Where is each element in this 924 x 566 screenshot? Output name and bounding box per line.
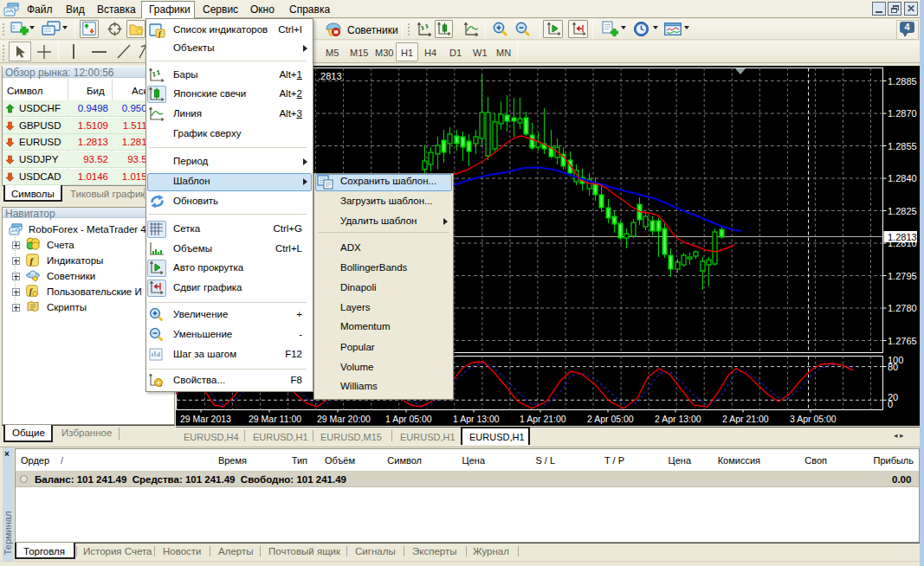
svg-text:3 Apr 05:00: 3 Apr 05:00 xyxy=(790,414,837,424)
svg-text:1 Apr 21:00: 1 Apr 21:00 xyxy=(520,414,566,424)
svg-text:80: 80 xyxy=(888,362,898,372)
svg-text:1.2870: 1.2870 xyxy=(888,108,917,119)
svg-text:29 Mar 20:00: 29 Mar 20:00 xyxy=(317,414,371,424)
svg-text:.2813: .2813 xyxy=(318,71,342,81)
svg-text:1.2795: 1.2795 xyxy=(888,271,917,281)
svg-text:1.2825: 1.2825 xyxy=(888,206,917,216)
svg-text:0: 0 xyxy=(888,399,893,409)
svg-text:1.2765: 1.2765 xyxy=(888,336,917,346)
svg-text:1.2885: 1.2885 xyxy=(888,76,917,87)
svg-text:2 Apr 21:00: 2 Apr 21:00 xyxy=(722,414,769,424)
svg-text:29 Mar 2013: 29 Mar 2013 xyxy=(180,414,231,424)
svg-text:29 Mar 11:00: 29 Mar 11:00 xyxy=(249,414,301,424)
svg-text:1.2855: 1.2855 xyxy=(888,141,917,151)
svg-text:1 Apr 13:00: 1 Apr 13:00 xyxy=(453,414,500,424)
svg-text:1 Apr 05:00: 1 Apr 05:00 xyxy=(385,414,432,424)
svg-text:1.2780: 1.2780 xyxy=(888,303,917,313)
svg-text:2 Apr 05:00: 2 Apr 05:00 xyxy=(587,414,634,424)
svg-text:1.2813: 1.2813 xyxy=(888,232,917,242)
svg-text:1.2840: 1.2840 xyxy=(888,173,917,183)
svg-text:2 Apr 13:00: 2 Apr 13:00 xyxy=(655,414,701,424)
